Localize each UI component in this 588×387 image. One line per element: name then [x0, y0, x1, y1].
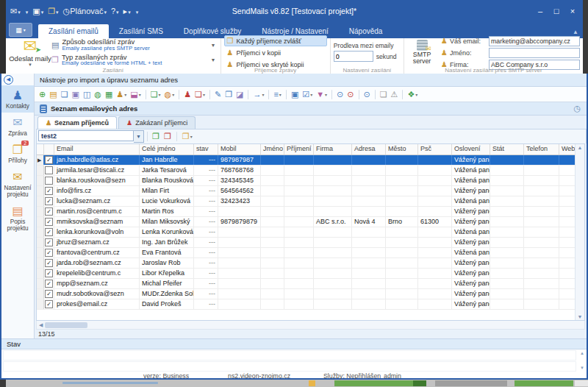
qat-icon[interactable]: ✉▾	[10, 7, 21, 15]
checkbox[interactable]	[45, 187, 53, 195]
toolbar-button[interactable]: ◍▾	[163, 90, 176, 99]
toolbar-button[interactable]: ▾	[176, 132, 177, 141]
sidebar-item[interactable]: ❐2 Přílohy	[1, 140, 34, 167]
table-row[interactable]: jbruz@seznam.cz Ing. Jan Brůžek --- Váže…	[37, 238, 575, 248]
table-row[interactable]: info@firs.cz Milan Firt --- 564564562 Vá…	[37, 186, 575, 196]
toolbar-button[interactable]: ≡▾	[272, 90, 282, 99]
recipient-mode-option[interactable]: ❐ Každý příjemce zvlášť	[224, 35, 327, 46]
toolbar-button[interactable]: ❐▾	[181, 132, 194, 141]
row-checkbox-cell[interactable]	[44, 186, 54, 196]
column-header[interactable]: Psč	[418, 144, 452, 155]
toolbar-button[interactable]: ⊙▾	[345, 90, 355, 99]
sidebar-item[interactable]: ✉ Nastavení projektu	[1, 167, 34, 201]
toolbar-button[interactable]: ⚠▾	[390, 90, 400, 99]
message-type-button[interactable]: ❐ Typ zasílaných zpráv Emaily odesílané …	[51, 54, 218, 67]
qat-icon[interactable]: ▣▾	[32, 7, 43, 15]
row-checkbox-cell[interactable]	[44, 227, 54, 237]
sidebar-item[interactable]: ▤ Popis projektu	[1, 201, 34, 235]
toolbar-button[interactable]: ▾	[331, 90, 332, 99]
table-row[interactable]: lucka@seznam.cz Lucie Vokurková --- 3242…	[37, 196, 575, 207]
row-checkbox-cell[interactable]	[44, 166, 54, 175]
toolbar-button[interactable]: ♟▾	[182, 90, 193, 99]
chevron-down-icon[interactable]: ▼	[134, 130, 144, 143]
column-header[interactable]: Stát	[490, 144, 524, 155]
list-tab[interactable]: ♟ Zakázaní příjemci	[118, 116, 196, 129]
recipient-mode-option[interactable]: ♟ Příjemci v kopii	[224, 47, 327, 58]
row-checkbox-cell[interactable]	[44, 207, 54, 216]
toolbar-button[interactable]: ▤▾	[48, 90, 58, 99]
toolbar-button[interactable]: ▾	[146, 90, 146, 99]
column-header[interactable]: Telefon	[524, 144, 559, 155]
chevron-down-icon[interactable]: ▼	[211, 57, 218, 63]
table-row[interactable]: blanka.rouskova@sezn Blanka Rousková ---…	[37, 176, 575, 186]
column-header[interactable]: Adresa	[352, 144, 386, 155]
send-mails-button[interactable]: ✉➤ Odeslat maily ▼	[9, 40, 51, 65]
horizontal-scrollbar[interactable]: ◀	[36, 321, 585, 330]
ribbon-tab[interactable]: Zasílání SMS	[109, 24, 173, 38]
toolbar-button[interactable]: ◍▾	[93, 90, 103, 99]
column-header[interactable]	[37, 144, 44, 155]
toolbar-button[interactable]: ▾	[179, 90, 179, 99]
toolbar-button[interactable]: ❏▾	[149, 90, 162, 99]
table-row[interactable]: jarmila.tesar@tiscali.cz Jarka Tesarová …	[37, 166, 575, 176]
sending-mode-button[interactable]: ▤ Způsob odesílání zpráv Emaily zasílané…	[51, 38, 218, 52]
collapse-sidebar-icon[interactable]: ◀	[4, 75, 13, 85]
maximize-button[interactable]: □	[549, 4, 564, 18]
toolbar-button[interactable]: ▣▾	[290, 90, 300, 99]
checkbox[interactable]	[45, 207, 53, 216]
sidebar-item[interactable]: ♟ Kontakty	[1, 85, 34, 113]
list-tab[interactable]: ♟ Seznam příjemců	[37, 116, 117, 129]
table-row[interactable]: mpp@seznam.cz Michal Pfeifer --- Vážený …	[37, 279, 575, 289]
checkbox[interactable]	[45, 249, 53, 257]
row-checkbox-cell[interactable]	[44, 269, 54, 278]
column-header[interactable]: Firma	[314, 144, 352, 155]
column-header[interactable]: Oslovení	[452, 144, 490, 155]
checkbox[interactable]	[45, 156, 53, 164]
group-combo-input[interactable]	[38, 130, 134, 141]
toolbar-button[interactable]: ⊙▾	[362, 90, 372, 99]
row-checkbox-cell[interactable]	[44, 176, 54, 185]
row-checkbox-cell[interactable]	[44, 238, 54, 247]
table-row[interactable]: krepelelib@centrum.c Libor Křepelka --- …	[37, 269, 575, 279]
minimize-button[interactable]: –	[533, 4, 548, 18]
toolbar-button[interactable]: ❖▾	[406, 90, 419, 99]
table-row[interactable]: jarda.rob@seznam.cz Jaroslav Rob --- Váž…	[37, 258, 575, 269]
checkbox[interactable]	[45, 218, 53, 226]
ribbon-tab[interactable]: Zasílání emailů	[38, 24, 109, 38]
toolbar-button[interactable]: ▾	[209, 90, 210, 99]
toolbar-button[interactable]: ♟▾	[115, 90, 128, 99]
toolbar-button[interactable]: ◫▾	[82, 90, 92, 99]
row-checkbox-cell[interactable]	[44, 217, 54, 227]
vertical-scrollbar[interactable]: ▲▼	[575, 144, 584, 320]
table-row[interactable]: lenka.korunkova@voln Lenka Korunková ---…	[37, 227, 575, 238]
toolbar-button[interactable]: ✎▾	[213, 90, 223, 99]
row-checkbox-cell[interactable]	[44, 258, 54, 268]
chevron-down-icon[interactable]: ▼	[211, 43, 218, 48]
toolbar-button[interactable]: ▾	[402, 90, 403, 99]
checkbox[interactable]	[45, 290, 53, 298]
toolbar-button[interactable]: ⬓▾	[129, 90, 142, 99]
checkbox[interactable]	[45, 228, 53, 236]
qat-icon[interactable]: ▸▾	[123, 7, 131, 15]
qat-icon[interactable]: ◷Plánovač▾	[63, 7, 107, 15]
checkbox[interactable]	[45, 238, 53, 246]
column-header[interactable]: Email	[54, 144, 140, 155]
checkbox[interactable]	[45, 259, 53, 267]
column-header[interactable]: stav	[194, 144, 218, 155]
toolbar-button[interactable]: ❐▾	[151, 132, 161, 141]
toolbar-button[interactable]: →▾	[251, 90, 265, 99]
qat-icon[interactable]: ?▾	[111, 7, 119, 15]
application-menu-button[interactable]: ▦▾	[9, 23, 32, 37]
qat-icon[interactable]: ▾	[25, 7, 29, 15]
row-checkbox-cell[interactable]	[44, 248, 54, 258]
checkbox[interactable]	[45, 269, 53, 277]
toolbar-button[interactable]: ▼▾	[315, 90, 329, 99]
table-row[interactable]: martin.ros@centrum.c Martin Ros --- Váže…	[37, 207, 575, 217]
smtp-field-input[interactable]	[489, 36, 580, 46]
column-header[interactable]: Web	[559, 144, 575, 155]
table-row[interactable]: prokes@email.cz David Prokeš --- Vážený …	[37, 299, 575, 310]
qat-icon[interactable]: ▾	[135, 7, 139, 15]
toolbar-button[interactable]: ❐▾	[223, 90, 234, 99]
toolbar-button[interactable]: ▾	[286, 90, 287, 99]
checkbox[interactable]	[45, 197, 53, 205]
